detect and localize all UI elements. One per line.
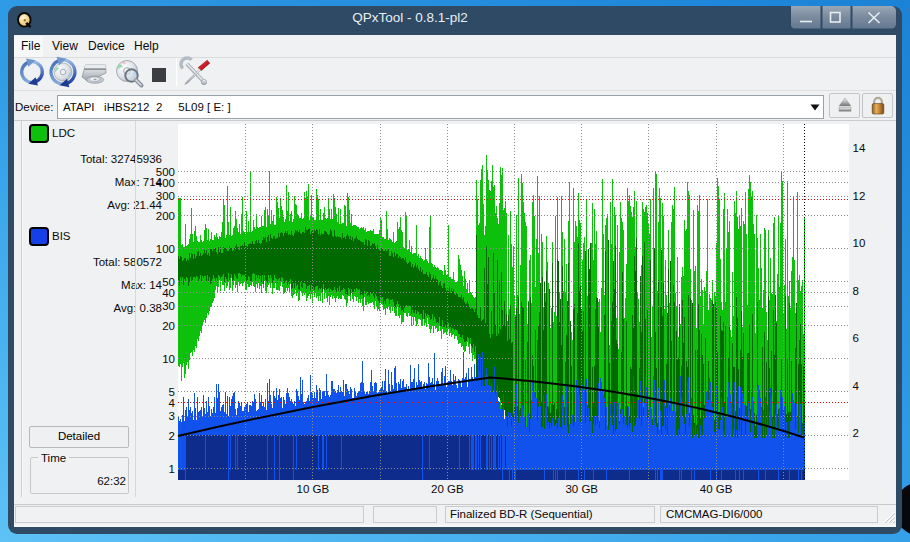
svg-text:6: 6	[853, 332, 859, 344]
svg-text:4: 4	[169, 397, 176, 409]
svg-text:200: 200	[156, 210, 175, 222]
svg-text:40 GB: 40 GB	[700, 483, 733, 495]
svg-text:30: 30	[162, 300, 175, 312]
svg-text:3: 3	[169, 410, 175, 422]
svg-text:40: 40	[162, 287, 175, 299]
svg-text:14: 14	[853, 142, 866, 154]
svg-text:30 GB: 30 GB	[565, 483, 598, 495]
svg-text:4: 4	[853, 380, 860, 392]
svg-text:20 GB: 20 GB	[431, 483, 464, 495]
svg-text:12: 12	[853, 190, 866, 202]
svg-text:100: 100	[156, 243, 175, 255]
svg-text:400: 400	[156, 177, 175, 189]
svg-text:300: 300	[156, 190, 175, 202]
svg-text:10: 10	[162, 353, 175, 365]
svg-text:10: 10	[853, 237, 866, 249]
svg-text:1: 1	[169, 463, 175, 475]
svg-text:8: 8	[853, 285, 859, 297]
svg-text:20: 20	[162, 320, 175, 332]
svg-text:2: 2	[853, 427, 859, 439]
svg-text:10 GB: 10 GB	[297, 483, 330, 495]
svg-text:2: 2	[169, 430, 175, 442]
